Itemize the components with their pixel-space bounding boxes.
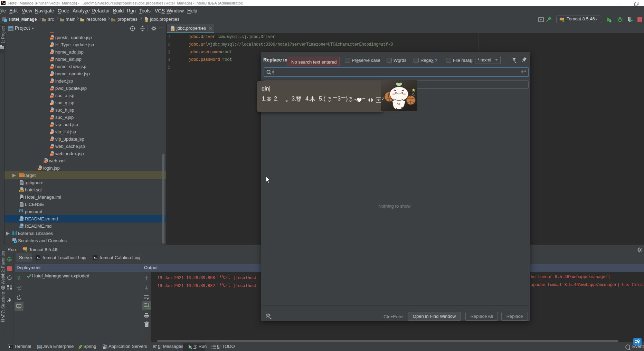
svg-text:JSP: JSP (50, 139, 53, 141)
svg-text:MD: MD (20, 219, 23, 221)
svg-text:JSP: JSP (50, 103, 53, 105)
svg-text:JSP: JSP (50, 67, 53, 69)
svg-text:MD: MD (20, 226, 23, 228)
svg-text:JSP: JSP (50, 59, 53, 61)
svg-text:JSP: JSP (50, 110, 53, 112)
svg-text:JSP: JSP (50, 38, 53, 40)
svg-text:<>: <> (44, 161, 47, 163)
svg-text:JSP: JSP (50, 132, 53, 134)
svg-text:SQL: SQL (20, 190, 23, 192)
svg-text:JSP: JSP (50, 74, 53, 76)
svg-text:JSP: JSP (50, 154, 53, 156)
svg-text:JSP: JSP (50, 52, 53, 54)
svg-text:JSP: JSP (50, 88, 53, 91)
svg-text:JSP: JSP (50, 81, 53, 83)
svg-text:JSP: JSP (50, 125, 53, 127)
svg-text:JSP: JSP (38, 168, 41, 170)
svg-text:JSP: JSP (50, 146, 53, 149)
svg-text:JSP: JSP (50, 96, 53, 98)
svg-text:JSP: JSP (50, 45, 53, 47)
svg-text:JSP: JSP (50, 117, 53, 120)
